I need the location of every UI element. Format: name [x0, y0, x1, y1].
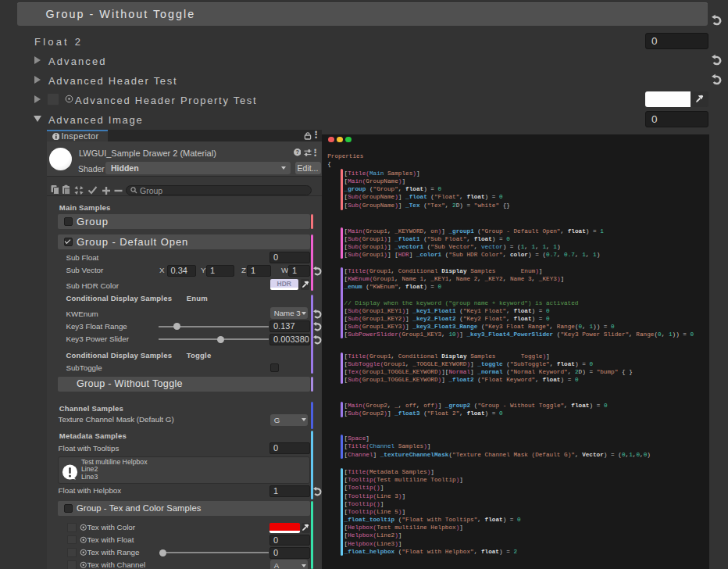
- svg-text:?: ?: [295, 149, 299, 156]
